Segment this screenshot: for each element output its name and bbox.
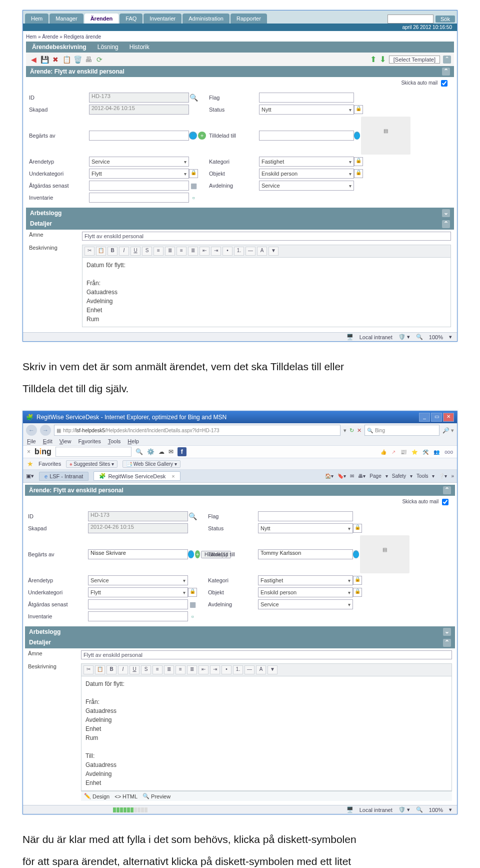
mode-preview[interactable]: 🔍 Preview — [142, 793, 170, 799]
refresh-icon[interactable]: ↻ — [350, 427, 354, 434]
align-center-icon[interactable]: ≣ — [165, 247, 175, 256]
page-menu[interactable]: Page — [370, 473, 381, 479]
details-collapse-icon-2[interactable]: ⌃ — [443, 639, 451, 647]
lock-icon-3[interactable] — [189, 169, 198, 178]
browser-search-box[interactable]: 🔍Bing — [364, 425, 440, 436]
inventory-field[interactable] — [88, 611, 188, 621]
requested-by-field[interactable]: Nisse Skrivare — [88, 549, 188, 559]
subcategory-select[interactable]: Flytt — [88, 587, 188, 597]
list-ol-icon[interactable]: 1. — [234, 247, 244, 256]
page-icon[interactable]: ▤ — [361, 117, 410, 155]
add-icon[interactable]: ＋ — [195, 550, 200, 558]
requested-by-field[interactable] — [89, 131, 189, 141]
cut-icon[interactable]: ✂ — [84, 247, 94, 256]
tab-rapporter[interactable]: Rapporter — [230, 14, 267, 24]
address-bar[interactable]: ▦ http://lsf-helpdesk5/Helpdesk/Incident… — [54, 425, 340, 436]
gear-icon[interactable]: 🛠️ — [422, 449, 428, 455]
ie-tab-intranet[interactable]: eLSF - Intranat — [39, 472, 88, 481]
tab-arenden[interactable]: Ärenden — [84, 14, 119, 24]
underline-icon[interactable]: U — [130, 247, 140, 256]
paste-icon[interactable]: 📋 — [95, 665, 105, 674]
casetype-select[interactable]: Service — [89, 157, 189, 167]
outdent-icon[interactable]: ⇤ — [198, 665, 208, 674]
tab-manager[interactable]: Manager — [50, 14, 83, 24]
bing-close[interactable]: × — [27, 448, 30, 455]
align-justify-icon[interactable]: ≣ — [187, 665, 197, 674]
menu-edit[interactable]: Edit — [43, 438, 52, 444]
flag-field[interactable] — [258, 511, 353, 521]
italic-icon[interactable]: I — [119, 247, 129, 256]
lock-icon-2[interactable] — [354, 157, 363, 166]
maximize-button[interactable]: ▭ — [431, 413, 442, 422]
zoom-icon[interactable]: 🔍 — [416, 334, 423, 340]
more-icon[interactable]: ▼ — [268, 247, 278, 256]
subcategory-select[interactable]: Flytt — [89, 169, 189, 179]
bold-icon[interactable]: B — [108, 247, 118, 256]
globe-icon[interactable]: 🌐 — [188, 550, 194, 558]
list-ul-icon[interactable]: • — [222, 665, 232, 674]
category-select[interactable]: Fastighet — [259, 157, 354, 167]
status-select[interactable]: Nytt — [258, 523, 353, 533]
richtext-area-2[interactable]: Datum för flytt: Från: Gatuadress Avdeln… — [81, 676, 452, 791]
read-mail-icon[interactable]: ✉ — [350, 473, 354, 479]
home-icon[interactable]: 🏠▾ — [325, 473, 334, 479]
paste-icon[interactable]: 📋 — [96, 247, 106, 256]
mode-design[interactable]: ✏️ Design — [84, 793, 110, 799]
collapse-icon[interactable]: ⌃ — [443, 56, 451, 64]
indent-icon[interactable]: ⇥ — [210, 665, 220, 674]
tools-menu[interactable]: Tools — [416, 473, 428, 479]
lock-icon-4[interactable] — [353, 588, 362, 597]
template-select[interactable]: [Select Template] — [389, 56, 440, 64]
hr-icon[interactable]: — — [244, 665, 254, 674]
settings-icon[interactable]: ⚙️ — [147, 448, 154, 455]
facebook-icon[interactable]: f — [178, 447, 186, 456]
mail-icon[interactable]: ✉ — [168, 448, 174, 455]
save-icon[interactable]: 💾 — [40, 55, 49, 64]
page-icon[interactable]: ▤ — [360, 535, 410, 573]
zoom-icon[interactable]: 🔍 — [416, 806, 423, 813]
details-header-2[interactable]: Detaljer ⌃ — [25, 637, 455, 648]
menu-view[interactable]: View — [60, 438, 72, 444]
save-close-icon[interactable]: ✖ — [51, 55, 60, 64]
print-icon[interactable]: 🖶▾ — [358, 473, 366, 479]
menu-help[interactable]: Help — [128, 438, 139, 444]
calendar-icon[interactable]: ▦ — [189, 181, 198, 190]
lock-icon-2[interactable] — [353, 576, 362, 585]
subtab-description[interactable]: Ärendebeskrivning — [32, 44, 86, 51]
object-select[interactable]: Enskild person — [258, 587, 353, 597]
add-icon[interactable]: ＋ — [198, 132, 206, 140]
refresh-icon[interactable]: ⟳ — [95, 55, 104, 64]
search-icon[interactable]: 🔍 — [189, 93, 198, 102]
forward-button[interactable]: → — [40, 425, 51, 436]
italic-icon[interactable]: I — [118, 665, 128, 674]
minimize-button[interactable]: _ — [419, 413, 430, 422]
tab-faq[interactable]: FAQ — [120, 14, 142, 24]
search-go-icon[interactable]: 🔎 ▾ — [442, 427, 454, 434]
search-button[interactable]: Sök — [436, 16, 455, 23]
list-ul-icon[interactable]: • — [222, 247, 232, 256]
assigned-to-field[interactable] — [259, 131, 354, 141]
deadline-field[interactable] — [89, 181, 189, 191]
status-select[interactable]: Nytt — [259, 105, 354, 115]
worklog-header[interactable]: Arbetslogg ⌄ — [26, 208, 454, 219]
close-button[interactable]: ✕ — [443, 413, 454, 422]
indent-icon[interactable]: ⇥ — [211, 247, 221, 256]
list-ol-icon[interactable]: 1. — [233, 665, 243, 674]
tab-inventarier[interactable]: Inventarier — [144, 14, 182, 24]
menu-file[interactable]: File — [27, 438, 36, 444]
bold-icon[interactable]: B — [106, 665, 116, 674]
worklog-collapse-icon-2[interactable]: ⌄ — [443, 628, 451, 636]
section-collapse-icon-2[interactable]: ⌃ — [443, 486, 451, 494]
menu-tools[interactable]: Tools — [108, 438, 121, 444]
arrow-up-icon[interactable]: ⬆ — [370, 55, 376, 64]
globe-icon-2[interactable]: 🌐 — [353, 550, 359, 558]
feeds-icon[interactable]: 🔖▾ — [338, 473, 346, 479]
tab-hem[interactable]: Hem — [25, 14, 48, 24]
subtab-history[interactable]: Historik — [130, 44, 150, 51]
quick-tabs-icon[interactable]: ▣▾ — [26, 473, 34, 479]
globe-icon[interactable]: 🌐 — [189, 132, 197, 140]
web-slice-gallery[interactable]: 📑 Web Slice Gallery ▾ — [122, 460, 180, 468]
subject-field[interactable]: Flytt av enskild personal — [82, 232, 451, 241]
align-right-icon[interactable]: ≡ — [176, 665, 186, 674]
worklog-header-2[interactable]: Arbetslogg ⌄ — [25, 626, 455, 637]
